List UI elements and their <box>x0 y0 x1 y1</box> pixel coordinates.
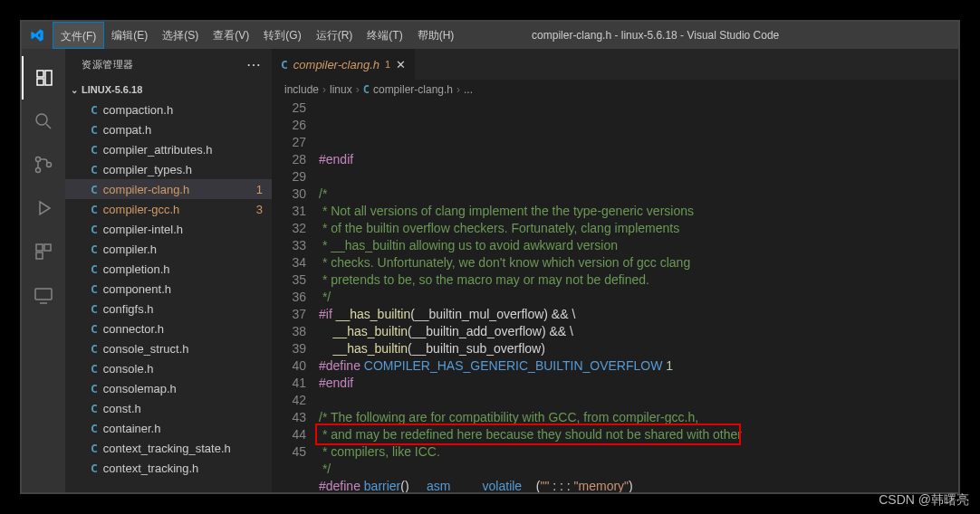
more-icon[interactable]: ⋯ <box>246 56 262 73</box>
file-item[interactable]: Cconsolemap.h <box>65 378 272 398</box>
c-file-icon: C <box>91 462 98 475</box>
code-line[interactable]: #define COMPILER_HAS_GENERIC_BUILTIN_OVE… <box>319 357 958 375</box>
remote-icon[interactable] <box>22 273 65 317</box>
file-item[interactable]: Ccompiler-clang.h1 <box>65 179 272 199</box>
breadcrumb-item[interactable]: ... <box>464 83 473 96</box>
file-name: console.h <box>103 362 154 376</box>
c-file-icon: C <box>91 342 98 356</box>
code-line[interactable]: #endif <box>319 375 958 392</box>
code-line[interactable]: * of the builtin overflow checkers. Fort… <box>319 220 958 237</box>
file-item[interactable]: Ccompiler-gcc.h3 <box>65 199 272 219</box>
sidebar-section[interactable]: ⌄ LINUX-5.6.18 <box>65 80 272 100</box>
file-item[interactable]: Ccompaction.h <box>65 100 272 119</box>
menu-item[interactable]: 终端(T) <box>360 22 409 49</box>
code-line[interactable]: * and may be redefined here because they… <box>319 426 958 443</box>
c-file-icon: C <box>91 302 98 316</box>
code-line[interactable]: __has_builtin(__builtin_add_overflow) &&… <box>319 323 958 340</box>
file-name: compat.h <box>103 123 151 137</box>
breadcrumb-item[interactable]: include <box>284 83 319 96</box>
menu-item[interactable]: 转到(G) <box>256 22 308 49</box>
file-name: compiler.h <box>103 243 157 256</box>
explorer-icon[interactable] <box>22 56 65 100</box>
code-line[interactable]: * __has_builtin allowing us to avoid awk… <box>319 237 958 254</box>
file-name: compiler-intel.h <box>103 223 183 236</box>
editor: C compiler-clang.h 1 ✕ include›linux›Cco… <box>272 49 958 492</box>
file-name: container.h <box>103 422 161 435</box>
file-item[interactable]: Ccompiler-intel.h <box>65 219 272 239</box>
c-file-icon: C <box>91 183 98 196</box>
code-line[interactable]: __has_builtin(__builtin_sub_overflow) <box>319 340 958 357</box>
extensions-icon[interactable] <box>22 230 65 273</box>
svg-rect-7 <box>35 289 52 300</box>
file-name: compiler_attributes.h <box>103 143 213 157</box>
c-file-icon: C <box>91 322 98 336</box>
code-line[interactable]: */ <box>319 461 958 478</box>
code-line[interactable] <box>319 168 958 186</box>
menu-item[interactable]: 选择(S) <box>155 22 206 49</box>
svg-point-3 <box>47 163 52 167</box>
code-line[interactable]: #endif <box>319 151 958 168</box>
section-label: LINUX-5.6.18 <box>82 84 142 95</box>
code-line[interactable]: * compilers, like ICC. <box>319 443 958 461</box>
file-item[interactable]: Ccompiler_attributes.h <box>65 139 272 159</box>
menu-item[interactable]: 文件(F) <box>53 22 104 49</box>
svg-point-0 <box>36 114 47 125</box>
scm-icon[interactable] <box>22 143 65 186</box>
code-line[interactable]: */ <box>319 289 958 306</box>
activity-bar <box>22 49 65 492</box>
breadcrumb[interactable]: include›linux›Ccompiler-clang.h›... <box>272 80 958 100</box>
file-name: const.h <box>103 402 141 415</box>
code-area[interactable]: 2526272829303132333435363738394041424344… <box>272 100 958 492</box>
c-file-icon: C <box>91 123 98 137</box>
chevron-right-icon: › <box>356 83 360 96</box>
breadcrumb-item[interactable]: compiler-clang.h <box>373 83 453 96</box>
file-item[interactable]: Cconsole.h <box>65 358 272 378</box>
c-file-icon: C <box>91 143 98 157</box>
main-menu: 文件(F)编辑(E)选择(S)查看(V)转到(G)运行(R)终端(T)帮助(H) <box>53 22 461 49</box>
file-item[interactable]: Cconsole_struct.h <box>65 338 272 358</box>
code-line[interactable]: /* <box>319 186 958 203</box>
code-line[interactable]: * pretends to be, so the macro may or ma… <box>319 271 958 289</box>
menu-item[interactable]: 查看(V) <box>206 22 256 49</box>
file-item[interactable]: Cconst.h <box>65 398 272 418</box>
menu-item[interactable]: 运行(R) <box>309 22 360 49</box>
tab-compiler-clang[interactable]: C compiler-clang.h 1 ✕ <box>272 49 415 80</box>
file-badge: 3 <box>256 203 263 216</box>
file-badge: 1 <box>256 183 263 196</box>
file-item[interactable]: Cconfigfs.h <box>65 299 272 319</box>
file-item[interactable]: Ccontext_tracking.h <box>65 458 272 478</box>
code-lines[interactable]: #endif/* * Not all versions of clang imp… <box>319 100 958 492</box>
file-item[interactable]: Ccompiler_types.h <box>65 159 272 179</box>
file-item[interactable]: Ccontext_tracking_state.h <box>65 438 272 458</box>
code-line[interactable]: * checks. Unfortunately, we don't know w… <box>319 254 958 271</box>
sidebar-title-row: 资源管理器 ⋯ <box>65 49 272 80</box>
file-item[interactable]: Cconnector.h <box>65 319 272 338</box>
svg-rect-4 <box>36 244 43 251</box>
line-gutter: 2526272829303132333435363738394041424344… <box>272 100 319 492</box>
c-file-icon: C <box>363 83 370 96</box>
file-item[interactable]: Ccompletion.h <box>65 259 272 279</box>
code-line[interactable] <box>319 392 958 409</box>
file-name: compiler-clang.h <box>103 183 189 196</box>
code-line[interactable]: #define barrier() __asm__ __volatile__("… <box>319 478 958 492</box>
file-list[interactable]: Ccompaction.hCcompat.hCcompiler_attribut… <box>65 100 272 492</box>
file-item[interactable]: Ccompiler.h <box>65 239 272 259</box>
tab-bar: C compiler-clang.h 1 ✕ <box>272 49 958 80</box>
code-line[interactable]: /* The following are for compatibility w… <box>319 409 958 426</box>
file-name: completion.h <box>103 262 170 276</box>
chevron-right-icon: › <box>322 83 326 96</box>
file-name: compaction.h <box>103 103 173 117</box>
file-item[interactable]: Ccompat.h <box>65 119 272 139</box>
menu-item[interactable]: 帮助(H) <box>410 22 462 49</box>
breadcrumb-item[interactable]: linux <box>330 83 352 96</box>
file-item[interactable]: Ccontainer.h <box>65 418 272 438</box>
code-line[interactable]: * Not all versions of clang implement th… <box>319 203 958 220</box>
debug-icon[interactable] <box>22 186 65 230</box>
menu-item[interactable]: 编辑(E) <box>104 22 155 49</box>
svg-rect-5 <box>44 244 51 251</box>
search-icon[interactable] <box>22 100 65 143</box>
close-icon[interactable]: ✕ <box>396 58 406 71</box>
file-item[interactable]: Ccomponent.h <box>65 279 272 299</box>
c-file-icon: C <box>91 382 98 395</box>
code-line[interactable]: #if __has_builtin(__builtin_mul_overflow… <box>319 306 958 323</box>
